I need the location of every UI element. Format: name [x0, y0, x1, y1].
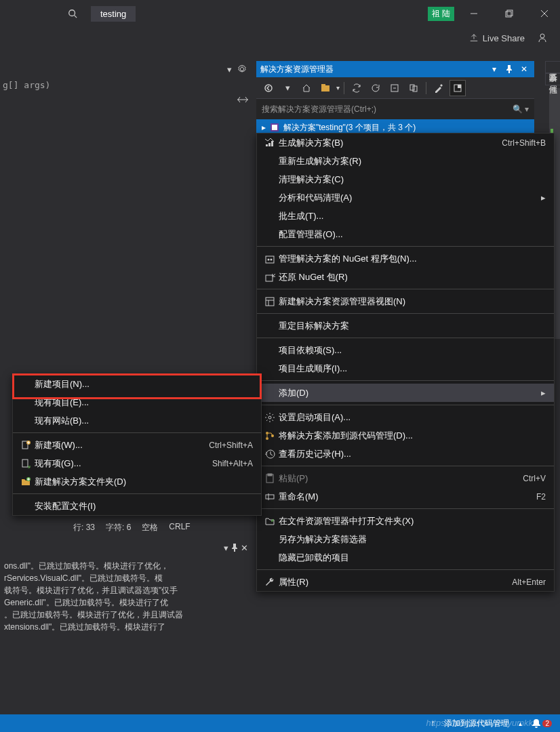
menu-label: 新建项(W)...: [35, 439, 209, 451]
ctx-main-item-3[interactable]: 分析和代码清理(A)▸: [257, 188, 554, 207]
chevron-right-icon: ▸: [541, 192, 546, 203]
close-button[interactable]: [529, 3, 560, 24]
refresh-icon[interactable]: [367, 80, 384, 96]
side-tab-diagnostic[interactable]: 诊断工具: [545, 61, 560, 73]
menu-shortcut: Ctrl+Shift+A: [209, 441, 253, 450]
ctx-main-item-4[interactable]: 批生成(T)...: [257, 207, 554, 225]
wrench-icon: [261, 577, 279, 588]
menu-shortcut: Ctrl+V: [523, 474, 546, 483]
view-icon: [261, 296, 279, 307]
ctx-main-item-12[interactable]: 重定目标解决方案: [257, 317, 554, 335]
menu-label: 项目生成顺序(I)...: [279, 363, 546, 375]
ctx-main-item-20[interactable]: 将解决方案添加到源代码管理(D)...: [257, 426, 554, 445]
ctx-main-item-19[interactable]: 设置启动项目(A)...: [257, 408, 554, 426]
build-icon: [261, 138, 279, 148]
sync-icon[interactable]: [348, 80, 365, 96]
menu-separator: [257, 508, 554, 509]
menu-shortcut: Ctrl+Shift+B: [502, 138, 546, 148]
ctx-sub-item-5[interactable]: 现有项(G)...Shift+Alt+A: [13, 454, 261, 472]
svg-point-28: [266, 432, 268, 434]
ctx-sub-item-2[interactable]: 现有网站(B)...: [13, 411, 261, 430]
ctx-sub-item-6[interactable]: 新建解决方案文件夹(D): [13, 472, 261, 491]
ctx-main-item-21[interactable]: 查看历史记录(H)...: [257, 445, 554, 463]
ctx-main-item-8[interactable]: 还原 NuGet 包(R): [257, 268, 554, 286]
ctx-main-item-1[interactable]: 重新生成解决方案(R): [257, 152, 554, 170]
ctx-main-item-26[interactable]: 在文件资源管理器中打开文件夹(X): [257, 512, 554, 530]
show-all-icon[interactable]: [405, 80, 422, 96]
preview-icon[interactable]: [449, 80, 466, 96]
ctx-sub-item-1[interactable]: 现有项目(E)...: [13, 393, 261, 411]
forward-icon[interactable]: ▾: [279, 80, 296, 96]
switch-view-icon[interactable]: [317, 80, 334, 96]
code-text[interactable]: g[] args): [0, 77, 251, 93]
user-badge[interactable]: 祖 陆: [428, 7, 454, 21]
ctx-sub-item-4[interactable]: 新建项(W)...Ctrl+Shift+A: [13, 436, 261, 454]
search-icon[interactable]: [68, 9, 77, 18]
menu-label: 在文件资源管理器中打开文件夹(X): [279, 515, 546, 527]
menu-separator: [257, 313, 554, 314]
live-share-button[interactable]: Live Share: [469, 33, 525, 43]
minimize-button[interactable]: [458, 3, 489, 24]
ctx-main-item-23[interactable]: 粘贴(P)Ctrl+V: [257, 469, 554, 487]
back-icon[interactable]: [260, 80, 277, 96]
panel-search[interactable]: 搜索解决方案资源管理器(Ctrl+;) 🔍 ▾: [256, 99, 534, 119]
panel-header[interactable]: 解决方案资源管理器 ▾ ✕: [256, 61, 534, 77]
output-line: rServices.VisualC.dll"。已跳过加载符号。模: [4, 572, 247, 584]
menu-separator: [257, 380, 554, 381]
svg-rect-34: [266, 495, 274, 499]
ctx-main-item-7[interactable]: 管理解决方案的 NuGet 程序包(N)...: [257, 249, 554, 268]
properties-icon[interactable]: [431, 80, 447, 96]
gear-icon[interactable]: [237, 64, 247, 74]
panel-close-icon[interactable]: ✕: [518, 63, 530, 75]
ctx-main-item-0[interactable]: 生成解决方案(B)Ctrl+Shift+B: [257, 134, 554, 152]
nuget-icon: [261, 253, 279, 264]
ctx-main-item-2[interactable]: 清理解决方案(C): [257, 170, 554, 188]
menu-separator: [257, 405, 554, 405]
ctx-main-item-27[interactable]: 另存为解决方案筛选器: [257, 530, 554, 548]
ctx-main-item-17[interactable]: 添加(D)▸: [257, 384, 554, 402]
output-pin-icon[interactable]: [231, 544, 238, 552]
ctx-main-item-15[interactable]: 项目生成顺序(I)...: [257, 359, 554, 378]
history-icon: [261, 449, 279, 460]
home-icon[interactable]: [298, 80, 315, 96]
notification-icon[interactable]: 2: [532, 718, 552, 728]
publish-arrow-icon[interactable]: ↑: [431, 718, 435, 728]
search-placeholder: 搜索解决方案资源管理器(Ctrl+;): [262, 104, 376, 115]
feedback-icon[interactable]: [537, 33, 548, 43]
ctx-main-item-10[interactable]: 新建解决方案资源管理器视图(N): [257, 292, 554, 310]
dropdown-arrow-icon[interactable]: ▾: [227, 64, 232, 75]
panel-dropdown-icon[interactable]: ▾: [488, 63, 500, 75]
ctx-main-item-5[interactable]: 配置管理器(O)...: [257, 225, 554, 243]
ctx-sub-item-0[interactable]: 新建项目(N)...: [13, 375, 261, 393]
maximize-button[interactable]: [494, 3, 525, 24]
expand-arrow-icon[interactable]: ▸: [262, 123, 266, 132]
add-source-control[interactable]: 添加到源代码管理: [444, 718, 509, 729]
output-line: xtensions.dll"。已跳过加载符号。模块进行了: [4, 621, 247, 633]
ctx-main-item-28[interactable]: 隐藏已卸载的项目: [257, 548, 554, 567]
search-magnifier-icon[interactable]: 🔍 ▾: [513, 104, 529, 114]
pin-icon[interactable]: [503, 63, 515, 75]
spaces-info: 空格: [142, 522, 158, 533]
svg-point-21: [268, 258, 270, 260]
collapse-icon[interactable]: [386, 80, 403, 96]
ctx-main-item-30[interactable]: 属性(R)Alt+Enter: [257, 573, 554, 591]
output-close-icon[interactable]: ✕: [241, 543, 248, 553]
svg-line-1: [75, 16, 77, 18]
ctx-sub-item-8[interactable]: 安装配置文件(I): [13, 497, 261, 515]
svg-rect-24: [266, 298, 274, 306]
svg-rect-11: [321, 84, 325, 86]
editor-status-info: 行: 33 字符: 6 空格 CRLF: [73, 522, 191, 533]
output-dropdown-icon[interactable]: ▾: [224, 543, 228, 553]
split-icon[interactable]: [237, 95, 248, 104]
ctx-main-item-24[interactable]: 重命名(M)F2: [257, 487, 554, 506]
panel-title: 解决方案资源管理器: [260, 64, 334, 75]
menu-label: 查看历史记录(H)...: [279, 448, 546, 460]
output-text[interactable]: ons.dll"。已跳过加载符号。模块进行了优化，rServices.Visua…: [0, 556, 251, 637]
menu-label: 重定目标解决方案: [279, 320, 546, 332]
menu-label: 另存为解决方案筛选器: [279, 533, 546, 546]
topbar-secondary: Live Share: [0, 27, 560, 49]
menu-label: 配置管理器(O)...: [279, 228, 546, 241]
ctx-main-item-14[interactable]: 项目依赖项(S)...: [257, 341, 554, 359]
side-tab-properties[interactable]: 属性: [545, 73, 560, 85]
menu-label: 将解决方案添加到源代码管理(D)...: [279, 430, 546, 442]
